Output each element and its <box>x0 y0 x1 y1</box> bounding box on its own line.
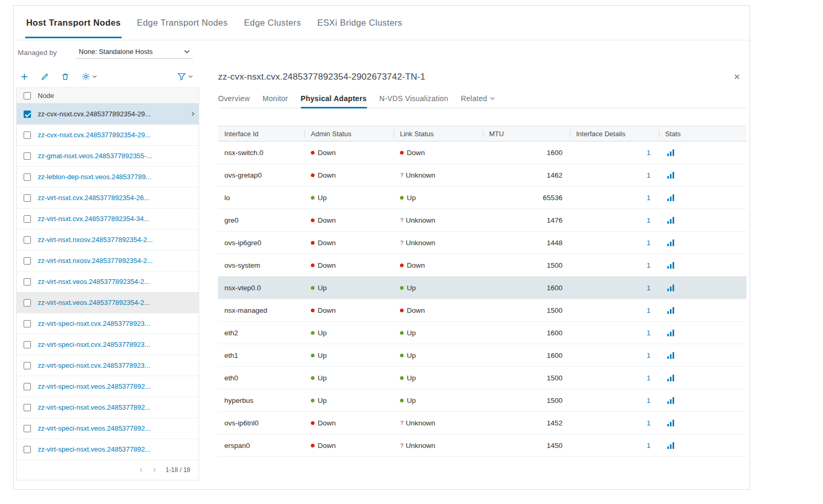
managed-by-select[interactable]: None: Standalone Hosts <box>77 47 193 59</box>
adapter-row[interactable]: nsx-switch.0DownDown16001 <box>218 141 746 164</box>
node-row[interactable]: zz-virt-speci-nsxt.cvx.24853778923... <box>17 334 199 355</box>
interface-details-link[interactable]: 1 <box>646 284 651 292</box>
interface-details-link[interactable]: 1 <box>646 194 651 202</box>
interface-details-link[interactable]: 1 <box>646 149 651 157</box>
node-row[interactable]: zz-virt-speci-nsxt.veos.2485377892... <box>17 418 199 439</box>
interface-details-link[interactable]: 1 <box>646 419 651 427</box>
adapter-row[interactable]: gre0Down?Unknown14761 <box>218 209 746 232</box>
node-row-checkbox[interactable] <box>24 111 31 118</box>
node-link[interactable]: zz-virt-speci-nsxt.cvx.24853778923... <box>38 361 199 369</box>
pagination-prev-button[interactable]: ‹ <box>138 465 144 475</box>
node-row-checkbox[interactable] <box>24 425 31 432</box>
interface-details-link[interactable]: 1 <box>646 171 651 179</box>
node-row[interactable]: zz-virt-speci-nsxt.veos.2485377892... <box>17 397 199 418</box>
adapter-row[interactable]: ovs-ip6gre0Down?Unknown14481 <box>218 232 746 254</box>
node-link[interactable]: zz-virt-speci-nsxt.veos.2485377892... <box>38 403 199 411</box>
pagination-next-button[interactable]: › <box>152 465 157 475</box>
node-row-checkbox[interactable] <box>24 173 31 181</box>
stats-chart-icon[interactable] <box>667 420 674 426</box>
node-link[interactable]: zz-virt-nsxt.nxosv.2485377892354-2... <box>38 236 199 244</box>
node-row[interactable]: zz-cvx-nsxt.cvx.2485377892354-29... <box>17 125 199 146</box>
node-row[interactable]: zz-leblon-dep-nsxt.veos.248537789... <box>17 167 199 188</box>
node-row[interactable]: zz-virt-nsxt.nxosv.2485377892354-2... <box>17 250 199 271</box>
node-row-checkbox[interactable] <box>24 341 31 348</box>
stats-chart-icon[interactable] <box>667 149 674 156</box>
stats-chart-icon[interactable] <box>667 284 674 291</box>
node-row[interactable]: zz-virt-nsxt.veos.2485377892354-2... <box>17 271 199 292</box>
node-row[interactable]: zz-virt-nsxt.cvx.2485377892354-26... <box>17 188 199 209</box>
interface-details-link[interactable]: 1 <box>646 261 651 269</box>
node-row-checkbox[interactable] <box>24 446 31 453</box>
adapter-row[interactable]: nsx-managedDownDown15001 <box>218 299 746 322</box>
node-row[interactable]: zz-gmat-nsxt.veos.2485377892355-... <box>17 146 199 167</box>
stats-chart-icon[interactable] <box>667 330 674 336</box>
node-row-checkbox[interactable] <box>24 132 31 139</box>
node-row-checkbox[interactable] <box>24 215 31 223</box>
adapter-row[interactable]: hyperbusUpUp15001 <box>218 389 746 412</box>
node-link[interactable]: zz-virt-speci-nsxt.veos.2485377892... <box>38 382 199 390</box>
stats-chart-icon[interactable] <box>667 397 674 404</box>
adapter-row[interactable]: eth1UpUp16001 <box>218 344 746 367</box>
detail-tab-overview[interactable]: Overview <box>218 89 250 108</box>
detail-tab-related[interactable]: Related <box>461 89 495 108</box>
node-link[interactable]: zz-virt-nsxt.nxosv.2485377892354-2... <box>38 257 199 265</box>
interface-details-link[interactable]: 1 <box>646 352 651 359</box>
node-link[interactable]: zz-virt-speci-nsxt.veos.2485377892... <box>38 424 199 432</box>
node-row[interactable]: zz-virt-nsxt.cvx.2485377892354-34... <box>17 209 199 229</box>
tab-edge-clusters[interactable]: Edge Clusters <box>243 6 302 40</box>
node-link[interactable]: zz-gmat-nsxt.veos.2485377892355-... <box>38 152 199 160</box>
node-row-checkbox[interactable] <box>24 320 31 327</box>
adapter-row[interactable]: ovs-ip6tnl0Down?Unknown14521 <box>218 412 746 434</box>
interface-details-link[interactable]: 1 <box>646 374 651 382</box>
node-link[interactable]: zz-virt-speci-nsxt.veos.2485377892... <box>38 445 199 453</box>
node-row[interactable]: zz-virt-speci-nsxt.cvx.24853778923... <box>17 355 199 376</box>
delete-node-button[interactable] <box>61 73 69 81</box>
add-node-button[interactable] <box>20 73 28 81</box>
detail-tab-monitor[interactable]: Monitor <box>263 89 288 108</box>
select-all-checkbox[interactable] <box>24 92 31 100</box>
filter-button[interactable] <box>177 72 193 81</box>
node-row[interactable]: zz-cvx-nsxt.cvx.2485377892354-29...› <box>17 104 199 125</box>
tab-host-transport-nodes[interactable]: Host Transport Nodes <box>25 6 122 40</box>
node-row-checkbox[interactable] <box>24 257 31 265</box>
node-row[interactable]: zz-virt-nsxt.veos.2485377892354-2... <box>17 292 199 313</box>
node-row-checkbox[interactable] <box>24 404 31 411</box>
node-row-checkbox[interactable] <box>24 278 31 286</box>
stats-chart-icon[interactable] <box>667 307 674 314</box>
adapter-row[interactable]: loUpUp655361 <box>218 187 746 209</box>
interface-details-link[interactable]: 1 <box>646 442 651 450</box>
node-link[interactable]: zz-virt-nsxt.veos.2485377892354-2... <box>38 299 199 306</box>
node-row-checkbox[interactable] <box>24 299 31 306</box>
adapter-row[interactable]: erspan0Down?Unknown14501 <box>218 434 746 457</box>
stats-chart-icon[interactable] <box>667 262 674 269</box>
node-row[interactable]: zz-virt-speci-nsxt.cvx.24853778923... <box>17 313 199 334</box>
node-row[interactable]: zz-virt-nsxt.nxosv.2485377892354-2... <box>17 229 199 250</box>
detail-tab-physical-adapters[interactable]: Physical Adapters <box>301 89 367 108</box>
node-row[interactable]: zz-virt-speci-nsxt.veos.2485377892... <box>17 439 199 460</box>
node-row-checkbox[interactable] <box>24 236 31 244</box>
node-row-checkbox[interactable] <box>24 194 31 202</box>
interface-details-link[interactable]: 1 <box>646 306 651 314</box>
node-link[interactable]: zz-cvx-nsxt.cvx.2485377892354-29... <box>38 131 199 139</box>
node-link[interactable]: zz-virt-nsxt.veos.2485377892354-2... <box>38 278 199 286</box>
node-link[interactable]: zz-virt-nsxt.cvx.2485377892354-34... <box>38 215 199 223</box>
node-row-checkbox[interactable] <box>24 383 31 390</box>
tab-edge-transport-nodes[interactable]: Edge Transport Nodes <box>136 6 229 40</box>
adapter-row[interactable]: eth0UpUp15001 <box>218 367 746 389</box>
node-link[interactable]: zz-virt-nsxt.cvx.2485377892354-26... <box>38 194 199 202</box>
node-row-checkbox[interactable] <box>24 362 31 369</box>
stats-chart-icon[interactable] <box>667 239 674 246</box>
node-link[interactable]: zz-leblon-dep-nsxt.veos.248537789... <box>38 173 199 181</box>
stats-chart-icon[interactable] <box>667 442 674 449</box>
stats-chart-icon[interactable] <box>667 352 674 359</box>
stats-chart-icon[interactable] <box>667 172 674 179</box>
adapter-row[interactable]: eth2UpUp16001 <box>218 322 746 344</box>
node-row-checkbox[interactable] <box>24 152 31 160</box>
stats-chart-icon[interactable] <box>667 194 674 201</box>
adapter-row[interactable]: ovs-gretap0Down?Unknown14621 <box>218 164 746 187</box>
stats-chart-icon[interactable] <box>667 375 674 381</box>
detail-tab-n-vds-visualization[interactable]: N-VDS Visualization <box>380 89 449 108</box>
interface-details-link[interactable]: 1 <box>646 329 651 337</box>
close-icon[interactable]: ✕ <box>730 70 743 84</box>
node-link[interactable]: zz-cvx-nsxt.cvx.2485377892354-29... <box>38 110 190 118</box>
